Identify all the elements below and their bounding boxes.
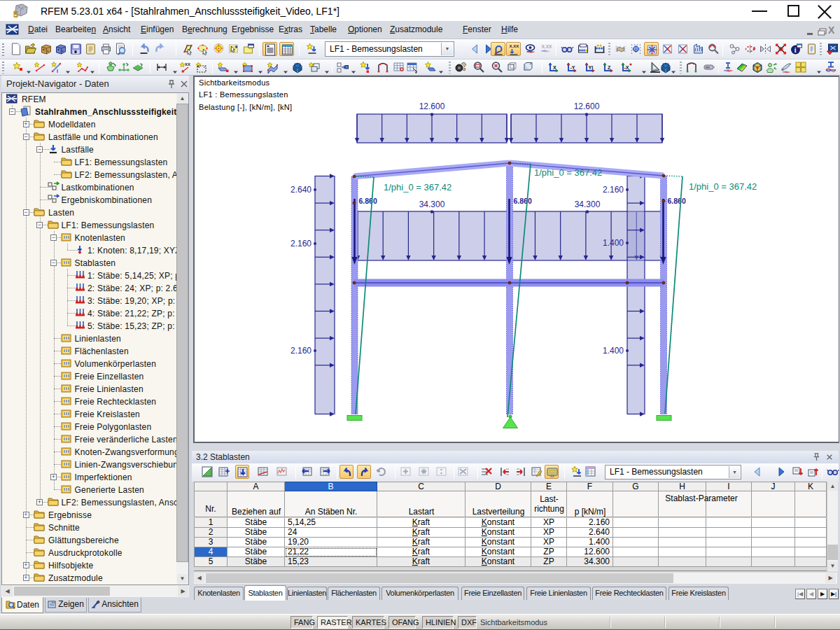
svg-text:YI: YI	[588, 65, 593, 70]
svg-text:Z: Z	[608, 65, 611, 70]
svg-text:XX: XX	[185, 62, 190, 66]
svg-text:2.640: 2.640	[290, 185, 312, 195]
svg-text:12.600: 12.600	[419, 102, 445, 111]
svg-text:1/phi_0 = 367.42: 1/phi_0 = 367.42	[689, 181, 757, 192]
svg-text:I: I	[57, 69, 58, 74]
svg-text:2.160: 2.160	[603, 185, 624, 195]
svg-text:1.400: 1.400	[603, 346, 624, 356]
svg-text:1.400: 1.400	[603, 238, 624, 248]
svg-text:Belastung [-], [kN/m], [kN]: Belastung [-], [kN/m], [kN]	[199, 103, 292, 111]
svg-text:2.160: 2.160	[290, 239, 312, 248]
svg-text:X.XX: X.XX	[509, 44, 519, 48]
svg-text:1/phi_0 = 367.42: 1/phi_0 = 367.42	[534, 167, 602, 178]
svg-text:12.600: 12.600	[574, 102, 600, 111]
svg-text:34.300: 34.300	[575, 200, 601, 209]
svg-text:i: i	[794, 46, 796, 54]
svg-text:X.XX: X.XX	[541, 44, 552, 49]
svg-text:X: X	[553, 65, 556, 70]
svg-text:6.860: 6.860	[514, 197, 532, 205]
svg-text:-X: -X	[624, 65, 629, 70]
svg-text:LF1 : Bemessungslasten: LF1 : Bemessungslasten	[199, 90, 288, 99]
svg-text:Sichtbarkeitsmodus: Sichtbarkeitsmodus	[199, 78, 270, 87]
svg-text:6.860: 6.860	[668, 197, 686, 205]
svg-text:-Y: -Y	[570, 65, 575, 70]
svg-text:34.300: 34.300	[419, 200, 445, 209]
svg-text:1/phi_0 = 367.42: 1/phi_0 = 367.42	[384, 182, 451, 192]
svg-text:6.860: 6.860	[359, 197, 377, 205]
svg-text:2.160: 2.160	[290, 346, 312, 356]
svg-text:5: 5	[13, 9, 18, 20]
